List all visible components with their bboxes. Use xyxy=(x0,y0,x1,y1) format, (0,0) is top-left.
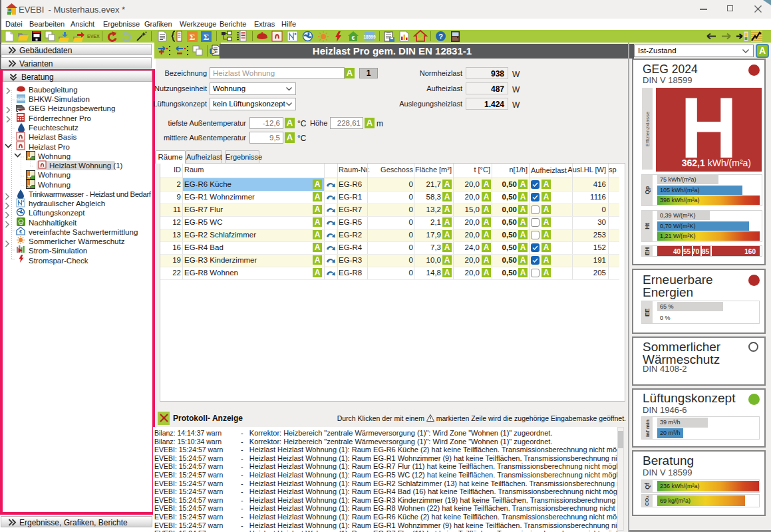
svg-text:Σ: Σ xyxy=(190,32,196,42)
svg-text:BHKW: BHKW xyxy=(15,97,27,101)
svg-text:€: € xyxy=(351,35,355,41)
svg-text:EVEX: EVEX xyxy=(87,34,100,39)
svg-text:?: ? xyxy=(438,33,443,41)
svg-text:Σ: Σ xyxy=(204,32,210,42)
svg-text:18599: 18599 xyxy=(363,35,375,39)
